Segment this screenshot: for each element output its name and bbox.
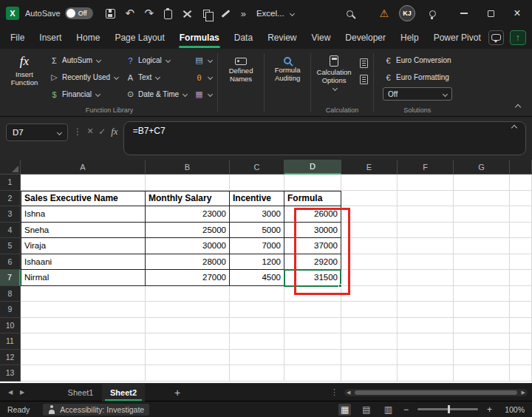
row-header-8[interactable]: 8 [0, 286, 21, 302]
column-header-A[interactable]: A [21, 160, 146, 174]
cut-button[interactable] [180, 5, 195, 21]
cell-G4[interactable] [454, 223, 510, 239]
search-button[interactable] [342, 5, 357, 21]
cell-B7[interactable]: 27000 [146, 270, 230, 286]
tab-help[interactable]: Help [393, 27, 426, 49]
cell-A3[interactable]: Ishna [21, 206, 146, 223]
avatar[interactable]: KJ [399, 5, 415, 21]
tab-review[interactable]: Review [260, 27, 304, 49]
copy-button[interactable] [200, 5, 214, 21]
column-header-G[interactable]: G [454, 160, 510, 174]
scroll-left-icon[interactable]: ◀ [347, 390, 350, 396]
cell-E13[interactable] [341, 365, 398, 382]
row-header-9[interactable]: 9 [0, 302, 21, 318]
column-header-C[interactable]: C [230, 160, 284, 174]
autosave-toggle[interactable]: Off [65, 7, 93, 19]
cell-F11[interactable] [398, 333, 454, 350]
add-sheet-button[interactable]: + [174, 387, 180, 399]
cell-D9[interactable] [284, 302, 341, 318]
cell-D12[interactable] [284, 350, 341, 366]
tab-formulas[interactable]: Formulas [172, 27, 227, 49]
redo-button[interactable]: ↷ [142, 5, 157, 21]
financial-button[interactable]: $ Financial [46, 86, 122, 103]
autosum-button[interactable]: Σ AutoSum [46, 52, 122, 69]
horizontal-scrollbar[interactable]: ◀ ▶ [344, 389, 528, 396]
tab-home[interactable]: Home [69, 27, 107, 49]
cell-G8[interactable] [454, 286, 510, 302]
cell-F4[interactable] [398, 223, 454, 239]
tab-view[interactable]: View [304, 27, 338, 49]
formula-auditing-button[interactable]: Formula Auditing [266, 52, 309, 105]
row-header-4[interactable]: 4 [0, 223, 21, 239]
cell-B13[interactable] [146, 365, 230, 382]
euro-conversion-button[interactable]: € Euro Conversion [380, 52, 454, 69]
maximize-button[interactable] [480, 3, 501, 24]
cell-G7[interactable] [454, 270, 510, 286]
formula-input[interactable]: =B7+C7 [123, 121, 526, 155]
row-header-12[interactable]: 12 [0, 350, 21, 366]
normal-view-icon[interactable]: ▦ [338, 404, 351, 416]
row-header-7[interactable]: 7 [0, 270, 21, 286]
cell-B12[interactable] [146, 350, 230, 366]
cell-G2[interactable] [454, 191, 510, 207]
cell-C8[interactable] [230, 286, 284, 302]
cell-A7[interactable]: Nirmal [21, 270, 146, 286]
tab-developer[interactable]: Developer [338, 27, 393, 49]
paste-button[interactable] [161, 5, 176, 21]
row-header-3[interactable]: 3 [0, 206, 21, 223]
cell-A11[interactable] [21, 333, 146, 350]
tips-button[interactable] [429, 5, 443, 21]
insert-function-icon[interactable]: fx [111, 126, 117, 138]
cell-A6[interactable]: Ishaani [21, 254, 146, 271]
sheet-nav-left-icon[interactable]: ◀ [4, 389, 16, 396]
logical-button[interactable]: ? Logical [122, 52, 191, 69]
cell-D1[interactable] [284, 174, 341, 191]
cell-G5[interactable] [454, 238, 510, 254]
cell-B11[interactable] [146, 333, 230, 350]
euro-formatting-button[interactable]: € Euro Formatting [380, 69, 454, 86]
page-break-view-icon[interactable]: ▥ [382, 404, 395, 416]
minimize-button[interactable] [454, 3, 474, 24]
column-header-F[interactable]: F [398, 160, 454, 174]
text-button[interactable]: A Text [122, 69, 191, 86]
column-header-D[interactable]: D [284, 160, 341, 174]
cell-C2[interactable]: Incentive [230, 191, 284, 207]
cell-B9[interactable] [146, 302, 230, 318]
cell-A13[interactable] [21, 365, 146, 382]
cell-F3[interactable] [398, 206, 454, 223]
cell-A1[interactable] [21, 174, 146, 191]
cell-F7[interactable] [398, 270, 454, 286]
cell-B3[interactable]: 23000 [146, 206, 230, 223]
cell-B10[interactable] [146, 318, 230, 334]
select-all-button[interactable] [0, 160, 21, 174]
zoom-out-button[interactable]: − [403, 404, 409, 415]
cell-F13[interactable] [398, 365, 454, 382]
cell-D11[interactable] [284, 333, 341, 350]
cell-C1[interactable] [230, 174, 284, 191]
undo-button[interactable]: ↶ [123, 5, 137, 21]
cell-B4[interactable]: 25000 [146, 223, 230, 239]
cell-A9[interactable] [21, 302, 146, 318]
cell-F12[interactable] [398, 350, 454, 366]
more-functions-button[interactable]: ▦ [191, 86, 216, 103]
row-header-6[interactable]: 6 [0, 254, 21, 271]
share-button[interactable]: ↑ [510, 30, 526, 45]
cell-C4[interactable]: 5000 [230, 223, 284, 239]
tab-file[interactable]: File [3, 27, 32, 49]
cell-B6[interactable]: 28000 [146, 254, 230, 271]
cell-A5[interactable]: Viraja [21, 238, 146, 254]
cell-C3[interactable]: 3000 [230, 206, 284, 223]
cell-A10[interactable] [21, 318, 146, 334]
cell-B1[interactable] [146, 174, 230, 191]
cell-E2[interactable] [341, 191, 398, 207]
page-layout-view-icon[interactable]: ▤ [360, 404, 372, 416]
calculate-now-button[interactable] [355, 55, 372, 71]
cell-C5[interactable]: 7000 [230, 238, 284, 254]
recently-used-button[interactable]: ▷ Recently Used [46, 69, 122, 86]
row-header-2[interactable]: 2 [0, 191, 21, 207]
cell-E12[interactable] [341, 350, 398, 366]
cell-C10[interactable] [230, 318, 284, 334]
cell-D13[interactable] [284, 365, 341, 382]
cell-G13[interactable] [454, 365, 510, 382]
cell-C12[interactable] [230, 350, 284, 366]
